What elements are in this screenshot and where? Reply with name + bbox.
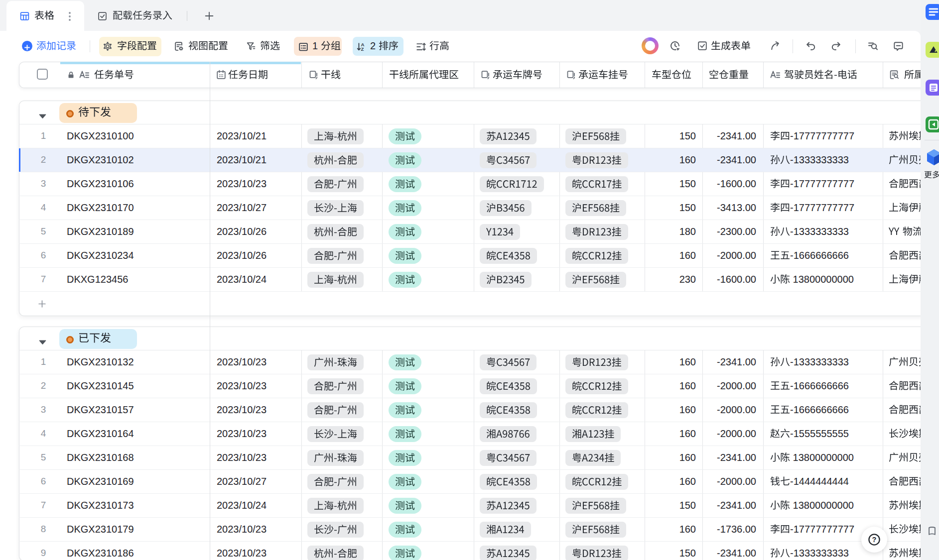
svg-text:?: ? — [872, 536, 877, 544]
svg-text:Z: Z — [361, 46, 364, 52]
